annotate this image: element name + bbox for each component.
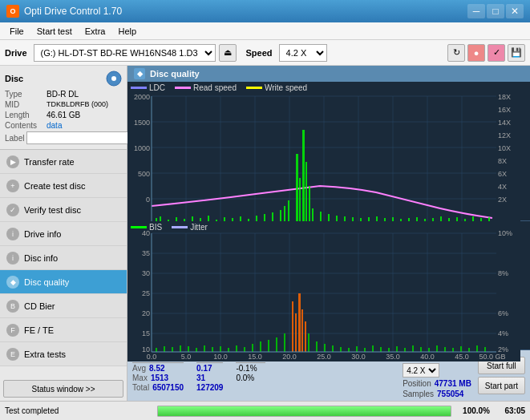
verify-test-icon: ✓ <box>6 204 19 216</box>
jitter-avg-row: -0.1% <box>236 364 265 373</box>
status-window-button[interactable]: Status window >> <box>3 380 123 398</box>
svg-rect-132 <box>156 348 157 352</box>
nav-transfer-rate-label: Transfer rate <box>24 157 75 167</box>
svg-text:25: 25 <box>142 289 150 297</box>
max-label-ldc: Max <box>132 374 148 382</box>
nav-fe-te-label: FE / TE <box>24 325 54 335</box>
save-button[interactable]: 💾 <box>508 44 525 62</box>
nav-disc-quality-label: Disc quality <box>24 277 69 287</box>
refresh-button[interactable]: ↻ <box>447 44 465 62</box>
legend-write-speed: Write speed <box>246 83 307 92</box>
svg-rect-65 <box>305 162 307 224</box>
app-title: Opti Drive Control 1.70 <box>24 6 122 17</box>
disc-label-row: Label 🔍 <box>5 131 122 144</box>
svg-text:0.0: 0.0 <box>147 353 157 361</box>
nav-disc-quality[interactable]: ◆ Disc quality <box>0 270 127 294</box>
nav-cd-bier[interactable]: B CD Bier <box>0 294 127 318</box>
svg-text:35: 35 <box>142 249 150 257</box>
type-label: Type <box>5 90 47 99</box>
samples-row: Samples 755054 <box>403 390 471 398</box>
start-part-button[interactable]: Start part <box>478 377 525 394</box>
svg-rect-157 <box>332 345 334 352</box>
svg-text:20.0: 20.0 <box>282 353 297 361</box>
svg-text:25.0: 25.0 <box>317 353 331 361</box>
svg-rect-176 <box>484 347 486 352</box>
mid-label: MID <box>5 100 47 109</box>
svg-text:18X: 18X <box>498 93 511 101</box>
nav-transfer-rate[interactable]: ▶ Transfer rate <box>0 150 127 174</box>
svg-rect-140 <box>220 346 221 352</box>
nav-disc-info[interactable]: i Disc info <box>0 246 127 270</box>
menu-file[interactable]: File <box>3 25 30 38</box>
verify-button[interactable]: ✓ <box>488 44 505 62</box>
svg-rect-161 <box>364 348 366 352</box>
length-value: 46.61 GB <box>47 111 122 119</box>
total-label-ldc: Total <box>132 383 149 392</box>
nav-extra-tests[interactable]: E Extra tests <box>0 342 127 366</box>
disc-quality-icon: ◆ <box>6 276 19 289</box>
ldc-total-row: Total 6507150 <box>132 383 184 392</box>
svg-rect-141 <box>228 348 229 352</box>
menu-help[interactable]: Help <box>111 25 143 38</box>
maximize-button[interactable]: □ <box>487 4 504 18</box>
progress-percentage: 100.0% <box>458 406 490 415</box>
svg-text:12X: 12X <box>498 131 511 139</box>
svg-text:45.0: 45.0 <box>455 353 469 361</box>
nav-fe-te[interactable]: F FE / TE <box>0 318 127 342</box>
main-layout: Disc Type BD-R DL MID TDKBLDRFB (000) Le… <box>0 66 530 401</box>
ldc-avg-row: Avg 8.52 <box>132 364 184 373</box>
minimize-button[interactable]: ─ <box>467 4 485 18</box>
disc-type-row: Type BD-R DL <box>5 90 122 99</box>
disc-length-row: Length 46.61 GB <box>5 111 122 119</box>
svg-rect-135 <box>180 345 181 352</box>
position-row: Position 47731 MB <box>403 379 471 388</box>
nav-verify-test-disc[interactable]: ✓ Verify test disc <box>0 198 127 222</box>
bis-total-row: 127209 <box>196 383 223 392</box>
bottom-chart: 40 35 30 25 20 15 10 10% 8% 6% 4% 2% <box>127 221 520 361</box>
drive-select[interactable]: (G:) HL-DT-ST BD-RE WH16NS48 1.D3 <box>34 44 216 62</box>
svg-rect-175 <box>476 345 478 352</box>
legend-jitter: Jitter <box>172 223 208 232</box>
speed-label: Speed <box>246 48 273 58</box>
svg-rect-162 <box>372 345 374 352</box>
contents-label: Contents <box>5 121 47 130</box>
burn-button[interactable]: ● <box>467 44 485 62</box>
nav-drive-info-label: Drive info <box>24 229 61 239</box>
svg-rect-160 <box>356 346 358 352</box>
disc-header: Disc <box>5 71 122 87</box>
disc-label-input[interactable] <box>26 131 133 144</box>
svg-rect-171 <box>444 347 446 352</box>
window-controls: ─ □ ✕ <box>467 4 524 18</box>
bis-avg-row: 0.17 <box>196 364 223 373</box>
svg-text:4%: 4% <box>498 329 508 337</box>
svg-rect-133 <box>164 346 165 352</box>
app-icon: O <box>6 5 19 18</box>
menu-start-test[interactable]: Start test <box>30 25 79 38</box>
position-label: Position <box>403 379 431 388</box>
svg-text:2000: 2000 <box>134 93 150 101</box>
max-bis-value: 31 <box>196 374 205 382</box>
svg-rect-154 <box>308 333 310 352</box>
disc-quality-header-icon: ◆ <box>134 68 145 79</box>
nav-disc-info-label: Disc info <box>24 253 58 263</box>
svg-rect-156 <box>324 344 326 352</box>
svg-text:30.0: 30.0 <box>351 353 366 361</box>
svg-text:6%: 6% <box>498 309 508 317</box>
progress-bar-container <box>157 406 451 417</box>
drive-info-icon: i <box>6 228 19 240</box>
disc-mid-row: MID TDKBLDRFB (000) <box>5 100 122 109</box>
action-buttons: Start full Start part <box>478 357 525 394</box>
svg-rect-62 <box>296 154 298 224</box>
svg-rect-164 <box>388 348 390 352</box>
menu-extra[interactable]: Extra <box>79 25 112 38</box>
svg-rect-173 <box>460 346 462 352</box>
svg-rect-172 <box>452 348 454 352</box>
menubar: File Start test Extra Help <box>0 22 530 40</box>
quality-speed-select[interactable]: 4.2 X <box>403 363 439 378</box>
nav-create-test-disc[interactable]: + Create test disc <box>0 174 127 198</box>
speed-select[interactable]: 4.2 X <box>279 44 327 62</box>
eject-button[interactable]: ⏏ <box>219 44 237 62</box>
legend-ldc-label: LDC <box>149 83 165 92</box>
close-button[interactable]: ✕ <box>506 4 524 18</box>
nav-drive-info[interactable]: i Drive info <box>0 222 127 246</box>
